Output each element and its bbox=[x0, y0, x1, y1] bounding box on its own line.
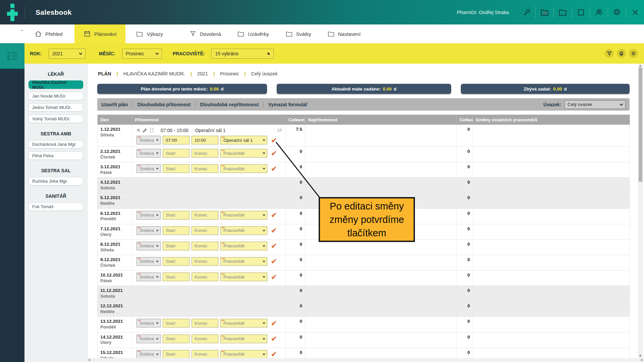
confirm-shift-button[interactable]: ✔ bbox=[271, 212, 277, 219]
workplace-select[interactable]: Pracoviště bbox=[220, 273, 267, 281]
scroll-left-arrow-icon[interactable] bbox=[88, 359, 90, 361]
confirm-shift-button[interactable]: ✔ bbox=[271, 258, 277, 265]
filter-field-select[interactable]: Prosinec bbox=[122, 49, 162, 59]
uvazek-select[interactable]: Celý úvazek bbox=[565, 100, 626, 109]
confirm-shift-button[interactable]: ✔ bbox=[271, 242, 277, 249]
confirm-shift-button[interactable]: ✔ bbox=[271, 351, 277, 358]
confirm-shift-button[interactable]: ✔ bbox=[271, 274, 277, 281]
shift-type-select[interactable]: Směna bbox=[137, 242, 161, 250]
scroll-right-arrow-icon[interactable] bbox=[641, 359, 643, 361]
shift-type-select[interactable]: Směna bbox=[137, 136, 161, 144]
tab-uzávěrky[interactable]: Uzávěrky bbox=[237, 24, 269, 43]
workplace-select[interactable]: Pracoviště bbox=[220, 226, 267, 235]
start-input[interactable] bbox=[163, 319, 190, 327]
shift-type-select[interactable]: Směna bbox=[137, 335, 161, 343]
shift-type-select[interactable]: Směna bbox=[137, 257, 161, 266]
start-input[interactable] bbox=[163, 257, 190, 266]
end-input[interactable] bbox=[192, 257, 218, 266]
shift-type-select[interactable]: Směna bbox=[137, 350, 161, 359]
workplace-select[interactable]: Pracoviště bbox=[220, 149, 267, 158]
workplace-select[interactable]: Pracoviště bbox=[220, 211, 267, 220]
confirm-shift-button[interactable]: ✔ bbox=[271, 137, 277, 144]
workplace-select[interactable]: Pracoviště bbox=[220, 319, 267, 327]
folder-icon[interactable] bbox=[554, 0, 572, 24]
breadcrumb-item[interactable]: Celý úvazek bbox=[251, 71, 278, 76]
copy-shift-icon[interactable] bbox=[150, 128, 154, 133]
horizontal-scrollbar[interactable] bbox=[87, 358, 644, 362]
sidebar-item[interactable]: Pilná Petra bbox=[29, 152, 83, 160]
breadcrumb-item[interactable]: Prosinec bbox=[220, 71, 239, 76]
start-input[interactable] bbox=[163, 335, 190, 343]
user-name[interactable]: PharmDr. Ondřej Straka bbox=[457, 10, 509, 15]
sidebar-item[interactable]: Ručička Jirka Mgr. bbox=[29, 177, 83, 185]
sidebar-item[interactable]: Fuk Tomáš bbox=[29, 202, 83, 211]
gear-icon[interactable]: ⚙ bbox=[608, 0, 626, 24]
shift-type-select[interactable]: Směna bbox=[137, 164, 161, 173]
start-input[interactable] bbox=[163, 226, 190, 235]
end-input[interactable] bbox=[192, 211, 218, 220]
app-logo[interactable] bbox=[0, 0, 24, 24]
sidebar-menu-toggle[interactable] bbox=[0, 43, 24, 69]
collapse-arrow-icon[interactable]: → bbox=[19, 26, 24, 32]
sidebar-item[interactable]: Docházková Jana Mgr. bbox=[29, 140, 83, 148]
end-input[interactable] bbox=[192, 136, 218, 144]
workplace-select[interactable]: Pracoviště bbox=[220, 335, 267, 343]
shift-type-select[interactable]: Směna bbox=[137, 211, 161, 220]
tab-dovolená[interactable]: Dovolená bbox=[189, 24, 221, 43]
shift-type-select[interactable]: Směna bbox=[137, 149, 161, 158]
start-input[interactable] bbox=[163, 350, 190, 359]
scroll-down-arrow-icon[interactable] bbox=[639, 355, 642, 357]
end-input[interactable] bbox=[192, 226, 218, 235]
print-icon[interactable] bbox=[617, 49, 626, 58]
tab-přehled[interactable]: Přehled bbox=[35, 24, 63, 43]
toolbar-action[interactable]: Dlouhodobá přítomnost bbox=[138, 102, 191, 107]
breadcrumb-item[interactable]: HLAVIČKA KAZIMÍR MUDR. bbox=[123, 71, 185, 76]
workplace-select[interactable]: Pracoviště bbox=[220, 350, 267, 359]
sidebar-item[interactable]: Jan Novák MUDr. bbox=[29, 92, 83, 100]
start-input[interactable] bbox=[163, 149, 190, 158]
shift-type-select[interactable]: Směna bbox=[137, 273, 161, 281]
workplace-select[interactable]: Pracoviště bbox=[220, 242, 267, 250]
close-icon[interactable] bbox=[626, 0, 644, 24]
workplace-select[interactable]: Pracoviště bbox=[220, 164, 267, 173]
filter-field-select[interactable]: 2021 bbox=[49, 49, 86, 59]
key-icon[interactable] bbox=[518, 0, 535, 24]
confirm-shift-button[interactable]: ✔ bbox=[271, 150, 277, 157]
shift-type-select[interactable]: Směna bbox=[137, 319, 161, 327]
tab-výkazy[interactable]: Výkazy bbox=[136, 24, 163, 43]
end-input[interactable] bbox=[192, 164, 218, 173]
sidebar-item[interactable]: Jedno Tomáš MUDr. bbox=[29, 103, 83, 112]
start-input[interactable] bbox=[163, 273, 190, 281]
confirm-shift-button[interactable]: ✔ bbox=[271, 165, 277, 172]
confirm-shift-button[interactable]: ✔ bbox=[271, 335, 277, 342]
end-input[interactable] bbox=[192, 273, 218, 281]
vertical-scrollbar[interactable] bbox=[638, 64, 643, 358]
confirm-shift-button[interactable]: ✔ bbox=[271, 227, 277, 234]
toolbar-action[interactable]: Vymazat formulář bbox=[268, 102, 307, 107]
workplace-select[interactable]: Pracoviště bbox=[220, 257, 267, 266]
folder-n-icon[interactable]: N bbox=[536, 0, 553, 24]
menu-icon[interactable] bbox=[629, 49, 638, 58]
breadcrumb-item[interactable]: 2021 bbox=[197, 71, 208, 76]
tab-nastavení[interactable]: Nastavení bbox=[327, 24, 361, 43]
filter-field-select[interactable]: 15 vybráno bbox=[211, 49, 274, 59]
start-input[interactable] bbox=[163, 136, 190, 144]
start-input[interactable] bbox=[163, 242, 190, 250]
edit-shift-icon[interactable] bbox=[143, 128, 147, 133]
toolbar-action[interactable]: Uzavřít plán bbox=[101, 102, 128, 107]
sidebar-item[interactable]: Volný Tomáš MUDr. bbox=[29, 115, 83, 123]
delete-shift-icon[interactable]: × bbox=[137, 127, 140, 133]
tab-svátky[interactable]: Svátky bbox=[285, 24, 311, 43]
end-input[interactable] bbox=[192, 319, 218, 327]
start-input[interactable] bbox=[163, 164, 190, 173]
start-input[interactable] bbox=[163, 211, 190, 220]
end-input[interactable] bbox=[192, 242, 218, 250]
filter-icon[interactable] bbox=[605, 49, 614, 58]
shift-type-select[interactable]: Směna bbox=[137, 226, 161, 235]
scroll-up-arrow-icon[interactable] bbox=[639, 65, 642, 67]
workplace-select[interactable]: Operační sál 1 bbox=[220, 136, 267, 144]
square-icon[interactable] bbox=[572, 0, 590, 24]
vertical-scrollbar-thumb[interactable] bbox=[639, 68, 642, 182]
end-input[interactable] bbox=[192, 350, 218, 359]
tab-plánování[interactable]: Plánování bbox=[74, 24, 126, 43]
